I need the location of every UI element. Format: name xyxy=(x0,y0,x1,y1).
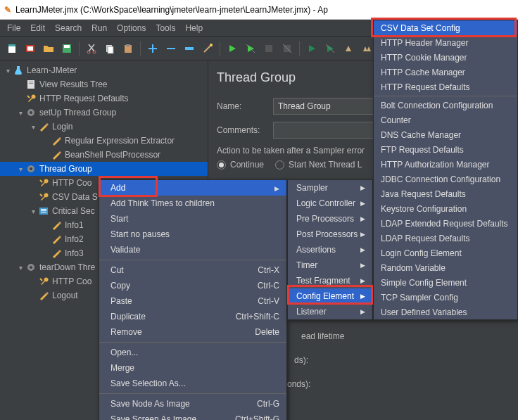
shutdown-icon[interactable] xyxy=(279,41,295,56)
config-menu-item[interactable]: FTP Request Defaults xyxy=(374,142,517,157)
ctx-item[interactable]: Add▶ xyxy=(99,180,286,196)
menu-search[interactable]: Search xyxy=(51,22,86,34)
save-icon[interactable] xyxy=(59,41,75,56)
config-menu-item[interactable]: HTTP Cache Manager xyxy=(374,65,517,79)
comments-label: Comments: xyxy=(217,125,266,135)
ctx-item[interactable]: Open... xyxy=(99,345,286,360)
copy-icon[interactable] xyxy=(102,41,118,56)
config-menu-item[interactable]: JDBC Connection Configuration xyxy=(374,172,517,186)
ctx-item[interactable]: Validate xyxy=(99,242,286,257)
config-menu-item[interactable]: User Defined Variables xyxy=(374,305,517,319)
stop-icon[interactable] xyxy=(261,41,277,56)
config-menu-item[interactable]: Keystore Configuration xyxy=(374,201,517,216)
window-title: LearnJMeter.jmx (C:\WorkSpace\learning\j… xyxy=(15,5,328,15)
submenu-item[interactable]: Assertions▶ xyxy=(288,242,372,257)
tree-item[interactable]: BeanShell PostProcessor xyxy=(0,148,208,162)
tree-label: Info2 xyxy=(65,234,84,244)
config-menu-item[interactable]: HTTP Request Defaults xyxy=(374,79,517,94)
menu-run[interactable]: Run xyxy=(87,22,111,34)
clear-icon[interactable] xyxy=(341,41,356,56)
ctx-item[interactable]: Merge xyxy=(99,360,286,376)
ctx-item[interactable]: CutCtrl-X xyxy=(99,262,286,278)
ctx-item[interactable]: DuplicateCtrl+Shift-C xyxy=(99,309,286,324)
ctx-item[interactable]: RemoveDelete xyxy=(99,324,286,340)
ctx-item[interactable]: Start xyxy=(99,211,286,227)
collapse-icon[interactable] xyxy=(163,41,179,56)
radio-start-next[interactable]: Start Next Thread L xyxy=(275,160,362,170)
config-element-submenu[interactable]: CSV Data Set ConfigHTTP Header ManagerHT… xyxy=(373,20,518,320)
remote-stop-icon[interactable] xyxy=(322,41,338,56)
config-menu-item[interactable]: HTTP Authorization Manager xyxy=(374,157,517,172)
config-menu-item[interactable]: Simple Config Element xyxy=(374,275,517,290)
submenu-item[interactable]: Timer▶ xyxy=(288,257,372,273)
submenu-item[interactable]: Listener▶ xyxy=(288,304,372,319)
tree-item[interactable]: ▾Login xyxy=(0,120,208,134)
config-menu-item[interactable]: DNS Cache Manager xyxy=(374,127,517,142)
submenu-item[interactable]: Logic Controller▶ xyxy=(288,196,372,211)
config-menu-item[interactable]: HTTP Header Manager xyxy=(374,35,517,50)
submenu-item[interactable]: Pre Processors▶ xyxy=(288,211,372,227)
tree-item[interactable]: HTTP Request Defaults xyxy=(0,91,208,106)
tree-label: HTTP Coo xyxy=(52,276,91,286)
menu-help[interactable]: Help xyxy=(181,22,207,34)
config-menu-item[interactable]: Bolt Connection Configuration xyxy=(374,98,517,113)
open-icon[interactable] xyxy=(41,41,56,56)
tree-twisty-icon[interactable]: ▾ xyxy=(28,123,38,131)
paste-icon[interactable] xyxy=(120,41,136,56)
svg-rect-19 xyxy=(27,80,34,89)
cut-icon[interactable] xyxy=(84,41,99,56)
tree-twisty-icon[interactable]: ▾ xyxy=(15,264,25,272)
tree-twisty-icon[interactable]: ▾ xyxy=(3,67,13,75)
ctx-item[interactable]: Start no pauses xyxy=(99,227,286,242)
config-menu-item[interactable]: CSV Data Set Config xyxy=(374,20,517,35)
ctx-item[interactable]: Add Think Times to children xyxy=(99,196,286,211)
ctx-item[interactable]: Save Node As ImageCtrl-G xyxy=(99,396,286,412)
config-menu-item[interactable]: TCP Sampler Config xyxy=(374,290,517,305)
tree-item[interactable]: ▾Learn-JMeter xyxy=(0,63,208,77)
menu-file[interactable]: File xyxy=(3,22,25,34)
config-menu-item[interactable]: Java Request Defaults xyxy=(374,186,517,201)
wand-icon[interactable] xyxy=(200,41,215,56)
config-menu-item[interactable]: Counter xyxy=(374,113,517,127)
ctx-item[interactable]: Save Selection As... xyxy=(99,376,286,391)
ctx-item[interactable]: CopyCtrl-C xyxy=(99,278,286,293)
start-notimers-icon[interactable] xyxy=(243,41,258,56)
ctx-item[interactable]: PasteCtrl-V xyxy=(99,293,286,309)
tree-label: HTTP Request Defaults xyxy=(39,94,129,103)
tree-item[interactable]: View Results Tree xyxy=(0,77,208,91)
config-menu-item[interactable]: LDAP Extended Request Defaults xyxy=(374,216,517,231)
tree-twisty-icon[interactable]: ▾ xyxy=(15,109,25,117)
tree-item[interactable]: Regular Expression Extractor xyxy=(0,134,208,148)
submenu-item[interactable]: Config Element▶ xyxy=(288,288,372,304)
list-icon xyxy=(38,205,49,217)
tree-item[interactable]: ▾setUp Thread Group xyxy=(0,106,208,120)
menu-edit[interactable]: Edit xyxy=(26,22,49,34)
tree-item[interactable]: ▾Thread Group xyxy=(0,162,208,176)
svg-rect-29 xyxy=(41,212,46,212)
wrench-icon xyxy=(38,276,49,287)
radio-continue[interactable]: Continue xyxy=(217,160,264,170)
svg-point-31 xyxy=(30,266,32,269)
toggle-icon[interactable] xyxy=(182,41,197,56)
templates-icon[interactable] xyxy=(23,41,38,56)
config-menu-item[interactable]: HTTP Cookie Manager xyxy=(374,50,517,65)
menu-options[interactable]: Options xyxy=(113,22,150,34)
tree-twisty-icon[interactable]: ▾ xyxy=(28,208,38,215)
remote-start-icon[interactable] xyxy=(304,41,320,56)
expand-icon[interactable] xyxy=(145,41,160,56)
tree-twisty-icon[interactable]: ▾ xyxy=(15,165,25,173)
ctx-item[interactable]: Save Screen As ImageCtrl+Shift-G xyxy=(99,412,286,420)
add-submenu[interactable]: Sampler▶Logic Controller▶Pre Processors▶… xyxy=(287,179,373,320)
submenu-item[interactable]: Sampler▶ xyxy=(288,180,372,196)
submenu-item[interactable]: Test Fragment▶ xyxy=(288,273,372,288)
submenu-item[interactable]: Post Processors▶ xyxy=(288,227,372,242)
context-menu[interactable]: Add▶Add Think Times to childrenStartStar… xyxy=(99,179,287,420)
config-menu-item[interactable]: LDAP Request Defaults xyxy=(374,231,517,246)
config-menu-item[interactable]: Random Variable xyxy=(374,260,517,275)
config-menu-item[interactable]: Login Config Element xyxy=(374,246,517,260)
clear-all-icon[interactable] xyxy=(359,41,374,56)
new-icon[interactable] xyxy=(4,41,20,56)
start-icon[interactable] xyxy=(225,41,240,56)
submenu-arrow-icon: ▶ xyxy=(274,185,279,192)
menu-tools[interactable]: Tools xyxy=(151,22,179,34)
